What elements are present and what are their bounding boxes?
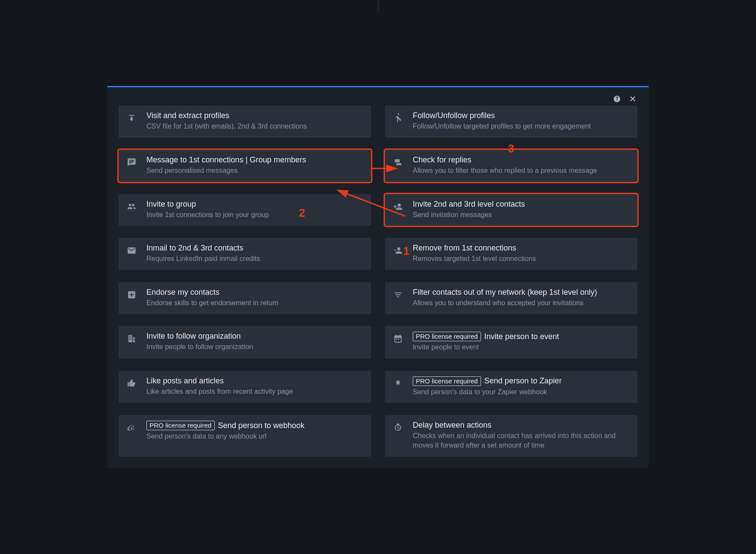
plus-box-icon <box>126 290 137 300</box>
card-title: Invite to group <box>146 200 196 209</box>
card-title: Follow/Unfollow profiles <box>413 111 495 120</box>
dialog-titlebar: ✕ <box>119 92 637 106</box>
mail-icon <box>126 245 137 256</box>
card-subtitle: Send personalised messages <box>146 166 363 175</box>
card-title: Send person to Zapier <box>484 376 562 386</box>
card-delay[interactable]: Delay between actions Checks when an ind… <box>385 415 637 456</box>
card-visit-extract[interactable]: Visit and extract profiles CSV file for … <box>119 106 371 138</box>
card-subtitle: Checks when an individual contact has ar… <box>413 431 630 450</box>
card-inmail[interactable]: Inmail to 2nd & 3rd contacts Requires Li… <box>119 238 371 270</box>
card-subtitle: Invite people to follow organization <box>146 342 363 352</box>
card-title: Inmail to 2nd & 3rd contacts <box>146 244 243 253</box>
card-title: Invite 2nd and 3rd level contacts <box>413 200 525 209</box>
card-title: Like posts and articles <box>146 376 224 386</box>
help-button[interactable] <box>612 94 622 104</box>
card-subtitle: Send person's data to any webhook url <box>146 432 363 441</box>
card-subtitle: Removes targeted 1st level connections <box>413 254 630 264</box>
card-subtitle: Invite 1st connections to join your grou… <box>146 210 363 220</box>
pro-badge: PRO license required <box>146 421 215 430</box>
pro-badge: PRO license required <box>413 332 481 341</box>
timer-icon <box>393 422 403 433</box>
card-subtitle: Send person's data to your Zapier webhoo… <box>413 387 630 397</box>
card-subtitle: CSV file for 1st (with emails), 2nd & 3r… <box>146 122 363 131</box>
card-subtitle: Allows you to understand who accepted yo… <box>413 298 630 308</box>
card-subtitle: Requires LinkedIn paid inmail credits <box>146 254 363 264</box>
message-icon <box>126 157 137 168</box>
card-filter-network[interactable]: Filter contacts out of my network (keep … <box>385 282 637 314</box>
card-title: Endorse my contacts <box>146 288 219 297</box>
card-title: Send person to webhook <box>218 421 305 430</box>
close-icon: ✕ <box>629 95 637 103</box>
close-button[interactable]: ✕ <box>628 94 637 104</box>
person-remove-icon <box>393 245 403 256</box>
card-subtitle: Send invitation messages <box>413 210 630 220</box>
card-subtitle: Like articles and posts from recent acti… <box>146 387 363 396</box>
filter-icon <box>393 290 403 300</box>
card-webhook[interactable]: PRO license required Send person to webh… <box>119 415 371 456</box>
pro-badge: PRO license required <box>413 376 481 386</box>
card-title: Filter contacts out of my network (keep … <box>413 288 597 297</box>
person-add-icon <box>393 201 403 212</box>
card-title: Visit and extract profiles <box>146 111 229 120</box>
group-icon <box>126 201 137 212</box>
card-remove-connection[interactable]: Remove from 1st connections Removes targ… <box>385 238 637 270</box>
card-invite-2nd-3rd[interactable]: Invite 2nd and 3rd level contacts Send i… <box>385 194 637 226</box>
card-check-replies[interactable]: Check for replies Allows you to filter t… <box>385 150 637 182</box>
card-message-connections[interactable]: Message to 1st connections | Group membe… <box>119 150 371 182</box>
zapier-icon <box>393 378 403 389</box>
chat-icon <box>393 157 403 168</box>
card-endorse[interactable]: Endorse my contacts Endorse skills to ge… <box>119 282 371 314</box>
help-circle-icon <box>613 95 621 103</box>
card-title: Remove from 1st connections <box>413 244 516 253</box>
card-title: Invite person to event <box>484 332 559 341</box>
card-follow-unfollow[interactable]: Follow/Unfollow profiles Follow/Unfollow… <box>385 106 637 138</box>
building-icon <box>126 333 137 344</box>
card-invite-org[interactable]: Invite to follow organization Invite peo… <box>119 326 371 359</box>
card-title: Delay between actions <box>413 421 491 430</box>
card-subtitle: Allows you to filter those who replied t… <box>413 166 630 175</box>
card-zapier[interactable]: PRO license required Send person to Zapi… <box>385 371 637 403</box>
cloud-upload-icon <box>126 422 137 433</box>
card-invite-event[interactable]: PRO license required Invite person to ev… <box>385 326 637 359</box>
card-title: Check for replies <box>413 155 471 165</box>
card-subtitle: Follow/Unfollow targeted profiles to get… <box>413 122 630 131</box>
card-subtitle: Endorse skills to get endorsement in ret… <box>146 298 363 308</box>
run-icon <box>393 113 403 123</box>
thumbs-up-icon <box>126 378 137 389</box>
actions-grid: Visit and extract profiles CSV file for … <box>119 106 637 456</box>
card-like-posts[interactable]: Like posts and articles Like articles an… <box>119 371 371 403</box>
card-invite-group[interactable]: Invite to group Invite 1st connections t… <box>119 194 371 226</box>
card-subtitle: Invite people to event <box>413 343 630 352</box>
download-icon <box>126 113 137 123</box>
action-picker-dialog: ✕ Visit and extract profiles CSV file fo… <box>107 86 649 468</box>
card-title: Invite to follow organization <box>146 332 241 341</box>
card-title: Message to 1st connections | Group membe… <box>146 155 306 165</box>
calendar-icon <box>393 333 403 344</box>
